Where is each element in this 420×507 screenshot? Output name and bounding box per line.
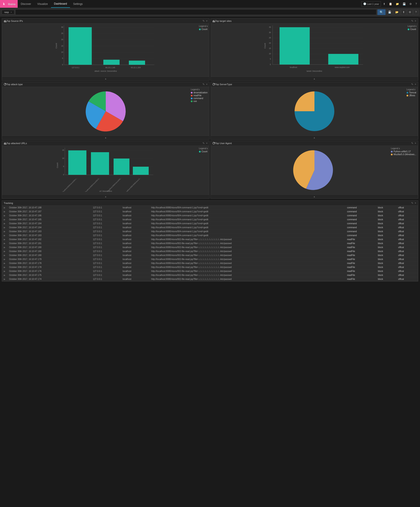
- close-icon-6[interactable]: ×: [415, 142, 416, 145]
- expand-cell[interactable]: ▶: [2, 222, 7, 225]
- bar-url-2[interactable]: [91, 152, 109, 175]
- close-icon[interactable]: ×: [206, 19, 207, 22]
- bar-url-3[interactable]: [114, 158, 129, 175]
- close-icon-5[interactable]: ×: [206, 142, 207, 145]
- share-search-button[interactable]: ⬆: [401, 9, 406, 15]
- tracking-table-scroll[interactable]: ▶ October 30th 2017, 16:10:47.188 127.0.…: [2, 206, 418, 281]
- svg-text:www.rasplest.com: www.rasplest.com: [335, 66, 350, 68]
- folder-icon[interactable]: 📁: [394, 1, 400, 7]
- table-row[interactable]: ▶ October 30th 2017, 16:10:47.182 127.0.…: [2, 238, 418, 241]
- help-button[interactable]: ?: [413, 9, 418, 15]
- save-search-button[interactable]: 💾: [386, 9, 393, 15]
- table-row[interactable]: ▶ October 30th 2017, 16:10:47.176 127.0.…: [2, 269, 418, 273]
- nav-settings[interactable]: Settings: [70, 0, 86, 8]
- copy-icon[interactable]: 📋: [388, 1, 393, 7]
- edit-icon[interactable]: ✎: [202, 19, 205, 22]
- table-row[interactable]: ▶ October 30th 2017, 16:10:47.183 127.0.…: [2, 230, 418, 233]
- search-tab[interactable]: rasp ×: [2, 10, 14, 14]
- expand-cell[interactable]: ▶: [2, 249, 7, 254]
- collapse-chevron-2[interactable]: ▲: [313, 77, 316, 80]
- expand-cell[interactable]: ▶: [2, 238, 7, 241]
- bar-rasplest[interactable]: [328, 54, 359, 64]
- table-row[interactable]: ▶ October 30th 2017, 16:10:47.180 127.0.…: [2, 254, 418, 257]
- expand-cell[interactable]: ▶: [2, 225, 7, 230]
- expand-cell[interactable]: ▶: [2, 265, 7, 269]
- ip-cell: 127.0.0.1: [91, 230, 121, 233]
- tracking-panel: Tracking ✎ × ▶ October 30th 2017, 16:10:…: [2, 200, 418, 282]
- action-cell: block: [376, 206, 396, 210]
- expand-cell[interactable]: ▶: [2, 246, 7, 249]
- edit-icon-6[interactable]: ✎: [411, 142, 413, 145]
- table-row[interactable]: ▶ October 30th 2017, 16:10:47.188 127.0.…: [2, 206, 418, 210]
- expand-cell[interactable]: ▶: [2, 230, 7, 233]
- expand-cell[interactable]: ▶: [2, 218, 7, 222]
- nav-visualize[interactable]: Visualize: [34, 0, 51, 8]
- expand-cell[interactable]: ▶: [2, 214, 7, 218]
- table-row[interactable]: ▶ October 30th 2017, 16:10:47.178 127.0.…: [2, 265, 418, 269]
- collapse-chevron-6[interactable]: ▲: [313, 195, 316, 198]
- table-row[interactable]: ▶ October 30th 2017, 16:10:47.174 127.0.…: [2, 277, 418, 281]
- load-search-button[interactable]: 📂: [394, 9, 400, 15]
- gear-icon[interactable]: ⚙: [408, 1, 413, 7]
- edit-icon-3[interactable]: ✎: [202, 83, 205, 86]
- table-row[interactable]: ▶ October 30th 2017, 16:10:47.180 127.0.…: [2, 249, 418, 254]
- expand-cell[interactable]: ▶: [2, 277, 7, 281]
- collapse-chevron-5[interactable]: ▲: [105, 195, 107, 198]
- expand-cell[interactable]: ▶: [2, 269, 7, 273]
- search-button[interactable]: 🔍: [377, 9, 385, 15]
- table-row[interactable]: ▶ October 30th 2017, 16:10:47.186 127.0.…: [2, 214, 418, 218]
- save-icon[interactable]: 💾: [401, 1, 407, 7]
- table-row[interactable]: ▶ October 30th 2017, 16:10:47.183 127.0.…: [2, 233, 418, 238]
- bar-127001[interactable]: [69, 27, 92, 65]
- collapse-chevron-4[interactable]: ▲: [313, 136, 316, 139]
- bar-localhost[interactable]: [280, 27, 310, 64]
- share-icon[interactable]: ⬆: [382, 1, 387, 7]
- bar-url-4[interactable]: [133, 167, 149, 175]
- table-row[interactable]: ▶ October 30th 2017, 16:10:47.178 127.0.…: [2, 261, 418, 265]
- slice-jboss[interactable]: [295, 91, 314, 111]
- bar-66231145[interactable]: [103, 60, 120, 65]
- table-row[interactable]: ▶ October 30th 2017, 16:10:47.184 127.0.…: [2, 225, 418, 230]
- svg-text:25: 25: [61, 32, 63, 35]
- close-icon-4[interactable]: ×: [415, 83, 416, 86]
- close-icon-2[interactable]: ×: [415, 19, 416, 22]
- expand-cell[interactable]: ▶: [2, 261, 7, 265]
- table-row[interactable]: ▶ October 30th 2017, 16:10:47.175 127.0.…: [2, 273, 418, 277]
- collapse-chevron-3[interactable]: ▲: [105, 136, 107, 139]
- close-icon-3[interactable]: ×: [206, 83, 207, 86]
- help-icon[interactable]: ?: [414, 1, 418, 7]
- search-input[interactable]: [15, 9, 377, 15]
- bar-url-1[interactable]: [68, 150, 86, 175]
- edit-icon-4[interactable]: ✎: [411, 83, 413, 86]
- bar-83221209[interactable]: [129, 61, 145, 65]
- collapse-chevron[interactable]: ▲: [105, 77, 107, 80]
- edit-icon-7[interactable]: ✎: [411, 202, 413, 204]
- expand-cell[interactable]: ▶: [2, 233, 7, 238]
- time-filter[interactable]: 🕐 Last 1 year: [361, 1, 381, 7]
- options-button[interactable]: ⚙: [407, 9, 413, 15]
- svg-text:Count: Count: [264, 43, 266, 49]
- table-row[interactable]: ▶ October 30th 2017, 16:10:47.184 127.0.…: [2, 222, 418, 225]
- edit-icon-5[interactable]: ✎: [202, 142, 205, 145]
- expand-cell[interactable]: ▶: [2, 210, 7, 214]
- expand-cell[interactable]: ▶: [2, 241, 7, 246]
- legend-command: command: [191, 97, 207, 99]
- table-row[interactable]: ▶ October 30th 2017, 16:10:47.179 127.0.…: [2, 257, 418, 261]
- expand-cell[interactable]: ▶: [2, 254, 7, 257]
- expand-cell[interactable]: ▶: [2, 206, 7, 210]
- tracking-panel-actions: ✎ ×: [411, 202, 416, 204]
- nav-dashboard[interactable]: Dashboard: [51, 0, 70, 8]
- close-icon-7[interactable]: ×: [415, 202, 416, 204]
- table-row[interactable]: ▶ October 30th 2017, 16:10:47.187 127.0.…: [2, 210, 418, 214]
- tab-close-icon[interactable]: ×: [10, 11, 12, 14]
- expand-cell[interactable]: ▶: [2, 257, 7, 261]
- table-row[interactable]: ▶ October 30th 2017, 16:10:47.185 127.0.…: [2, 218, 418, 222]
- table-row[interactable]: ▶ October 30th 2017, 16:10:47.181 127.0.…: [2, 241, 418, 246]
- dashboard-row-2: Top attack type ✎ × Legend ℹ deserializa…: [2, 82, 418, 140]
- action-cell: block: [376, 273, 396, 277]
- expand-cell[interactable]: ▶: [2, 273, 7, 277]
- source-cell: offical: [396, 218, 418, 222]
- table-row[interactable]: ▶ October 30th 2017, 16:10:47.180 127.0.…: [2, 246, 418, 249]
- edit-icon-2[interactable]: ✎: [411, 19, 413, 22]
- nav-discover[interactable]: Discover: [18, 0, 34, 8]
